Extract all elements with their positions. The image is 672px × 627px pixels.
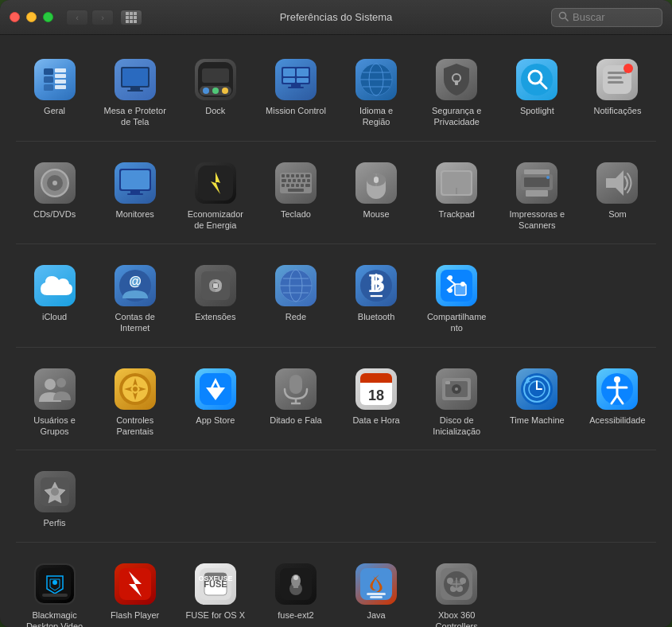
geral-label: Geral [44, 105, 65, 116]
icloud-label: iCloud [42, 311, 67, 322]
svg-rect-7 [55, 80, 66, 84]
pref-ditado[interactable]: Ditado e Fala [257, 360, 334, 444]
svg-rect-6 [55, 74, 66, 78]
pref-compartilhamento[interactable]: Compartilhamento [418, 257, 495, 341]
seguranca-label: Segurança e Privacidade [425, 105, 488, 128]
pref-mesa[interactable]: Mesa e Protetor de Tela [96, 51, 173, 134]
pref-data[interactable]: 18 DATA Data e Hora [338, 360, 415, 444]
svg-rect-122 [445, 381, 450, 384]
svg-rect-22 [283, 78, 295, 83]
idioma-label: Idioma e Região [344, 105, 408, 128]
pref-flashplayer[interactable]: Flash Player [96, 555, 173, 627]
pref-som[interactable]: Som [579, 154, 656, 238]
close-button[interactable] [10, 12, 20, 22]
back-button[interactable]: ‹ [66, 10, 88, 25]
svg-rect-54 [282, 174, 285, 177]
extensoes-icon [195, 265, 236, 306]
pref-economizador[interactable]: Economizador de Energia [177, 154, 254, 238]
divider-3 [16, 347, 656, 348]
grid-view-button[interactable] [120, 10, 142, 25]
divider-2 [16, 243, 656, 244]
divider-1 [16, 141, 656, 142]
svg-point-152 [293, 575, 298, 580]
pref-xbox[interactable]: Xbox 360 Controllers [418, 555, 495, 627]
economizador-label: Economizador de Energia [184, 208, 247, 232]
svg-point-136 [51, 488, 59, 496]
svg-rect-11 [130, 88, 140, 90]
pref-idioma[interactable]: Idioma e Região [338, 51, 415, 134]
section-profiles-grid: Perfis [16, 463, 656, 535]
usuarios-icon [34, 368, 76, 410]
pref-monitores[interactable]: Monitores [96, 154, 173, 238]
pref-geral[interactable]: Geral [16, 51, 93, 134]
pref-trackpad[interactable]: Trackpad [418, 154, 495, 238]
section-other: Blackmagic Desktop Video Flash Player [16, 555, 656, 627]
pref-cds[interactable]: CDs/DVDs [16, 154, 93, 238]
section-hardware: CDs/DVDs Monitores [16, 154, 656, 238]
pref-appstore[interactable]: App Store [177, 360, 254, 444]
search-icon [558, 11, 569, 24]
pref-rede[interactable]: Rede [257, 257, 334, 341]
svg-rect-60 [282, 179, 286, 182]
disco-icon [436, 368, 477, 410]
acessibilidade-icon [596, 368, 638, 410]
svg-rect-156 [370, 596, 383, 598]
forward-button[interactable]: › [91, 10, 114, 25]
pref-java[interactable]: Java [338, 555, 415, 627]
svg-point-102 [448, 288, 453, 293]
pref-extensoes[interactable]: Extensões [177, 257, 254, 341]
notif-label: Notificações [593, 105, 641, 116]
pref-fuseext[interactable]: fuse-ext2 [257, 555, 334, 627]
maximize-button[interactable] [43, 12, 53, 22]
pref-disco[interactable]: Disco de Inicialização [418, 360, 495, 444]
search-box[interactable]: Buscar [551, 8, 662, 27]
notif-icon [596, 59, 638, 100]
svg-rect-2 [44, 68, 53, 75]
bluetooth-label: Bluetooth [358, 311, 394, 322]
pref-bluetooth[interactable]: B̲ Bluetooth [338, 257, 415, 341]
svg-rect-39 [608, 76, 622, 79]
minimize-button[interactable] [26, 12, 37, 22]
nav-buttons: ‹ › [66, 10, 142, 25]
svg-rect-5 [55, 68, 66, 72]
svg-point-121 [455, 387, 458, 391]
svg-point-34 [521, 64, 553, 95]
pref-timemachine[interactable]: Time Machine [499, 360, 576, 444]
pref-usuarios[interactable]: Usuários e Grupos [16, 360, 93, 444]
svg-rect-56 [291, 174, 294, 177]
window-title: Preferências do Sistema [280, 11, 393, 23]
usuarios-label: Usuários e Grupos [23, 415, 87, 438]
spotlight-icon [516, 59, 557, 100]
pref-teclado[interactable]: Teclado [257, 154, 334, 238]
pref-controles[interactable]: Controles Parentais [96, 360, 173, 444]
pref-acessibilidade[interactable]: Acessibilidade [579, 360, 656, 444]
pref-seguranca[interactable]: Segurança e Privacidade [418, 51, 495, 134]
svg-rect-12 [127, 90, 143, 92]
pref-fuse[interactable]: FUSE OSXFUSE FUSE for OS X [177, 555, 254, 627]
svg-rect-153 [293, 580, 298, 588]
pref-mission[interactable]: Mission Control [257, 51, 334, 134]
extensoes-label: Extensões [195, 311, 235, 322]
svg-rect-64 [302, 179, 305, 182]
pref-notificacoes[interactable]: Notificações [579, 51, 656, 134]
svg-rect-58 [301, 174, 304, 177]
svg-rect-69 [296, 184, 299, 187]
pref-perfis[interactable]: Perfis [16, 463, 93, 535]
svg-rect-65 [307, 179, 310, 182]
pref-contas[interactable]: @ Contas de Internet [96, 257, 173, 341]
economizador-icon [195, 162, 236, 204]
svg-point-45 [52, 181, 57, 185]
geral-icon [34, 59, 76, 100]
pref-blackmagic[interactable]: Blackmagic Desktop Video [16, 555, 93, 627]
section-hardware-grid: CDs/DVDs Monitores [16, 154, 656, 238]
pref-spotlight[interactable]: Spotlight [499, 51, 576, 134]
fuse-icon: FUSE OSXFUSE [195, 563, 236, 605]
contas-label: Contas de Internet [103, 311, 167, 334]
mesa-label: Mesa e Protetor de Tela [103, 105, 167, 128]
pref-icloud[interactable]: iCloud [16, 257, 93, 341]
pref-dock[interactable]: Dock [177, 51, 254, 134]
pref-impressoras[interactable]: Impressoras e Scanners [499, 154, 576, 238]
pref-mouse[interactable]: Mouse [338, 154, 415, 238]
grid-icon [126, 12, 137, 23]
svg-text:OSXFUSE: OSXFUSE [198, 574, 232, 582]
